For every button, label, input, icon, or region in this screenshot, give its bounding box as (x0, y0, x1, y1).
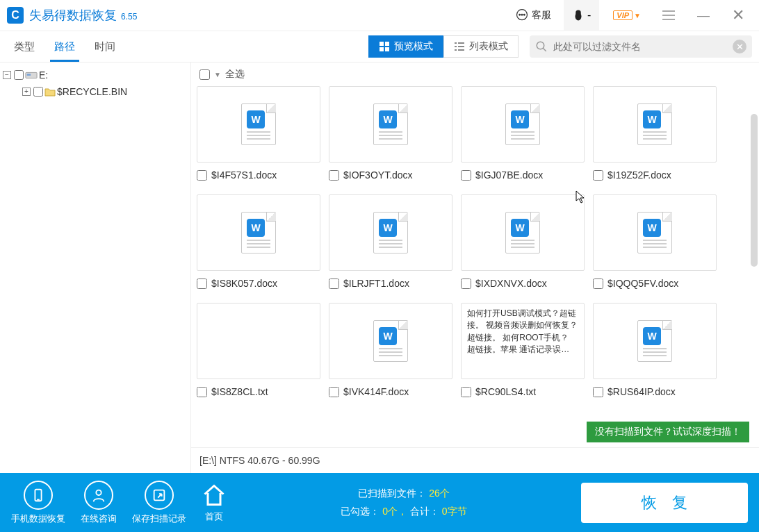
word-doc-icon: W (505, 212, 540, 253)
file-thumb: W (329, 303, 452, 379)
online-consult-label: 在线咨询 (81, 513, 117, 525)
save-scan-button[interactable]: 保存扫描记录 (132, 481, 186, 525)
phone-recovery-button[interactable]: 手机数据恢复 (11, 481, 65, 525)
file-label-row: $I4F57S1.docx (197, 169, 320, 181)
menu-button[interactable] (655, 0, 683, 31)
file-checkbox[interactable] (329, 279, 339, 289)
checked-label: 已勾选： (341, 506, 380, 517)
select-all-checkbox[interactable] (199, 69, 210, 80)
scrollbar-thumb[interactable] (751, 114, 758, 267)
file-label-row: $I19Z52F.docx (593, 169, 717, 181)
tab-type[interactable]: 类型 (14, 31, 35, 62)
scrollbar[interactable] (751, 86, 758, 447)
search-clear-button[interactable]: ✕ (733, 40, 746, 53)
online-consult-button[interactable]: 在线咨询 (81, 481, 117, 525)
file-name: $IS8K057.docx (211, 278, 277, 289)
svg-rect-19 (27, 74, 31, 76)
minimize-button[interactable]: — (689, 0, 717, 31)
scanned-label: 已扫描到文件： (358, 488, 426, 499)
search-box[interactable]: ✕ (530, 35, 752, 58)
file-name: $IVK414F.docx (343, 386, 409, 397)
file-tile[interactable]: W$RUS64IP.docx (593, 303, 717, 397)
file-checkbox[interactable] (593, 387, 603, 397)
file-checkbox[interactable] (329, 387, 339, 397)
file-name: $ILRJFT1.docx (343, 278, 409, 289)
file-checkbox[interactable] (461, 279, 471, 289)
file-checkbox[interactable] (197, 387, 207, 397)
file-checkbox[interactable] (461, 170, 471, 181)
tree-row-drive[interactable]: − E: (3, 67, 188, 83)
svg-point-16 (537, 42, 544, 49)
file-thumb: W (329, 194, 452, 271)
file-label-row: $IQQQ5FV.docx (593, 278, 717, 289)
file-checkbox[interactable] (593, 170, 603, 181)
list-mode-label: 列表模式 (469, 40, 508, 53)
file-name: $IXDXNVX.docx (475, 278, 547, 289)
app-version: 6.55 (121, 12, 137, 22)
file-name: $IQQQ5FV.docx (607, 278, 678, 289)
customer-service-button[interactable]: 客服 (509, 8, 557, 22)
file-tile[interactable]: W$IXDXNVX.docx (461, 194, 585, 289)
qq-login-button[interactable]: - (564, 0, 599, 31)
file-tile[interactable]: W$IOF3OYT.docx (329, 86, 452, 181)
svg-rect-10 (455, 42, 457, 44)
expand-icon[interactable]: + (22, 88, 31, 96)
select-all-row: ▼ 全选 (191, 63, 759, 86)
total-label: 合计： (410, 506, 439, 517)
file-tile[interactable]: W$I19Z52F.docx (593, 86, 717, 181)
file-thumb: W (593, 194, 717, 271)
tree-checkbox[interactable] (14, 70, 24, 80)
phone-icon (31, 488, 46, 503)
home-icon (202, 483, 227, 508)
search-icon (535, 40, 548, 53)
file-label-row: $RC90LS4.txt (461, 386, 585, 397)
vip-button[interactable]: VIP ▼ (606, 0, 648, 31)
vip-badge: VIP (613, 10, 632, 20)
svg-rect-7 (385, 42, 389, 46)
recover-button[interactable]: 恢复 (581, 483, 748, 523)
close-button[interactable]: ✕ (724, 0, 752, 31)
home-button[interactable]: 首页 (202, 483, 227, 523)
grid-icon (379, 41, 390, 52)
svg-point-22 (96, 490, 101, 494)
svg-point-2 (521, 14, 523, 15)
tab-path[interactable]: 路径 (54, 31, 75, 62)
file-tile[interactable]: W$IVK414F.docx (329, 303, 452, 397)
file-tile[interactable]: W$IGJ07BE.docx (461, 86, 585, 181)
search-input[interactable] (548, 41, 733, 52)
word-doc-icon: W (637, 103, 672, 145)
tab-time[interactable]: 时间 (95, 31, 115, 62)
collapse-icon[interactable]: − (3, 71, 11, 79)
svg-rect-9 (385, 47, 389, 51)
word-doc-icon: W (637, 212, 672, 253)
file-checkbox[interactable] (329, 170, 339, 181)
svg-rect-13 (458, 46, 464, 47)
file-tile[interactable]: W$IS8K057.docx (197, 194, 320, 289)
file-tile[interactable]: W$IQQQ5FV.docx (593, 194, 717, 289)
svg-point-3 (524, 14, 525, 15)
list-mode-button[interactable]: 列表模式 (443, 35, 519, 58)
svg-rect-14 (455, 49, 457, 51)
svg-rect-15 (458, 49, 464, 51)
file-checkbox[interactable] (197, 170, 207, 181)
file-label-row: $IS8K057.docx (197, 278, 320, 289)
preview-mode-button[interactable]: 预览模式 (368, 35, 443, 58)
folder-tree: − E: + $RECYCLE.BIN (0, 63, 191, 473)
list-icon (454, 41, 465, 52)
file-checkbox[interactable] (461, 387, 471, 397)
deep-scan-button[interactable]: 没有扫描到文件？试试深度扫描！ (587, 422, 749, 442)
tree-recycle-label: $RECYCLE.BIN (57, 86, 127, 97)
word-doc-icon: W (373, 320, 408, 362)
file-label-row: $IVK414F.docx (329, 386, 452, 397)
tree-checkbox[interactable] (33, 87, 43, 97)
file-tile[interactable]: $IS8Z8CL.txt (197, 303, 320, 397)
chevron-down-icon[interactable]: ▼ (214, 71, 221, 78)
file-checkbox[interactable] (197, 279, 207, 289)
file-checkbox[interactable] (593, 279, 603, 289)
file-tile[interactable]: 如何打开USB调试模式？超链接。 视频音频误删如何恢复？超链接。 如何ROOT手… (461, 303, 585, 397)
file-name: $I4F57S1.docx (211, 169, 277, 181)
file-tile[interactable]: W$ILRJFT1.docx (329, 194, 452, 289)
tree-row-recycle[interactable]: + $RECYCLE.BIN (3, 83, 188, 100)
drive-icon (25, 70, 38, 80)
file-tile[interactable]: W$I4F57S1.docx (197, 86, 320, 181)
